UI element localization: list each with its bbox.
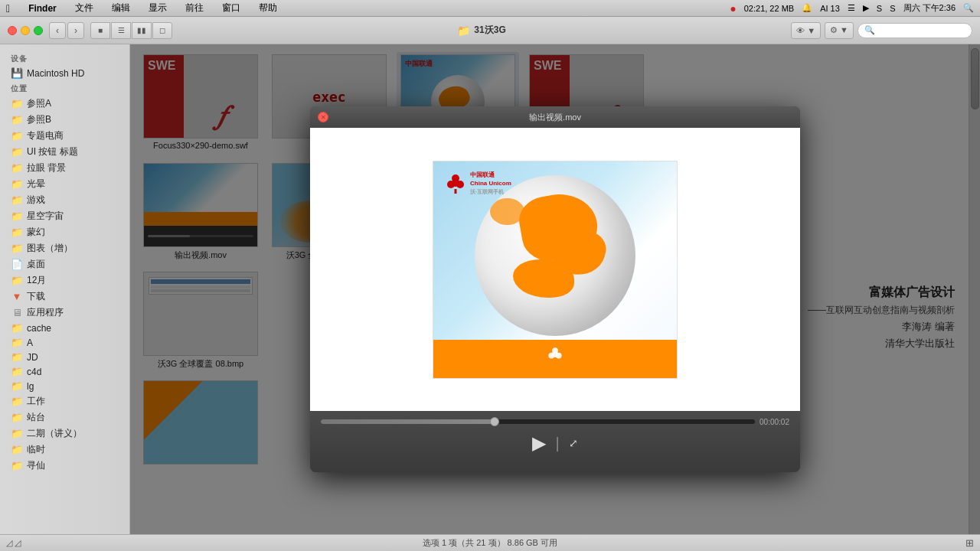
action-button[interactable]: ⚙ ▼ <box>825 22 854 39</box>
list-view-button[interactable]: ☰ <box>111 22 131 39</box>
menubar-right: ● 02:21, 22 MB 🔔 AI 13 ☰ ▶ S S 周六 下午2:36… <box>730 2 974 15</box>
expand-button[interactable]: ◿ ◿ <box>6 538 21 548</box>
sidebar-item-c4d[interactable]: 📁 c4d <box>0 364 129 379</box>
sidebar-item-macintosh-hd[interactable]: 💾 Macintosh HD <box>0 66 129 80</box>
jd-label: JD <box>27 352 38 363</box>
sidebar-item-xuxian[interactable]: 📁 寻仙 <box>0 458 129 474</box>
folder-pull-label: 拉眼 背景 <box>27 161 66 174</box>
sidebar-item-jd[interactable]: 📁 JD <box>0 350 129 364</box>
back-button[interactable]: ‹ <box>49 22 66 39</box>
progress-fill <box>321 419 495 424</box>
folder-star-label: 星空字宙 <box>27 210 64 223</box>
spotlight-icon[interactable]: 🔍 <box>963 3 974 13</box>
sidebar-item-starspace[interactable]: 📁 星空字宙 <box>0 208 129 224</box>
sidebar-item-work[interactable]: 📁 工作 <box>0 393 129 409</box>
view-menu[interactable]: 显示 <box>145 2 170 15</box>
sidebar-item-cache[interactable]: 📁 cache <box>0 321 129 335</box>
sidebar-item-zhantai[interactable]: 📁 站台 <box>0 409 129 425</box>
folder-ui-label: UI 按钮 标题 <box>27 145 78 158</box>
quick-look-button[interactable]: 👁 ▼ <box>791 22 821 39</box>
sidebar-item-2qi[interactable]: 📁 二期（讲义） <box>0 425 129 442</box>
expand-icon: ◿ <box>6 538 12 548</box>
video-overlay: ✕ 输出视频.mov <box>130 44 980 534</box>
sidebar-item-folder-b[interactable]: 📁 参照B <box>0 112 129 128</box>
volume-icon[interactable]: ▶ <box>863 3 869 13</box>
folder-icon-lg: 📁 <box>11 380 23 392</box>
search-box[interactable]: 🔍 <box>858 23 972 38</box>
sidebar-item-linshi[interactable]: 📁 临时 <box>0 442 129 458</box>
close-button[interactable] <box>8 26 17 35</box>
locations-header: 位置 <box>0 80 129 96</box>
video-modal-title: 输出视频.mov <box>529 112 581 123</box>
devices-header: 设备 <box>0 51 129 66</box>
bottom-bar-logo <box>547 346 564 363</box>
video-controls: 00:00:02 ▶ | ⤢ <box>310 411 800 472</box>
forward-button[interactable]: › <box>67 22 84 39</box>
sidebar-item-downloads[interactable]: ▼ 下载 <box>0 289 129 305</box>
folder-zt-label: 专题电商 <box>27 129 64 142</box>
folder-icon-ls: 📁 <box>11 444 23 455</box>
sidebar-item-12month[interactable]: 📁 12月 <box>0 272 129 289</box>
sidebar-item-zt[interactable]: 📁 专题电商 <box>0 128 129 144</box>
battery-icon: S <box>877 4 882 13</box>
video-close-button[interactable]: ✕ <box>318 112 328 122</box>
folder-icon-cache: 📁 <box>11 322 23 334</box>
maximize-button[interactable] <box>34 26 43 35</box>
apps-label: 应用程序 <box>27 306 64 319</box>
sidebar-item-ui[interactable]: 📁 UI 按钮 标题 <box>0 144 129 160</box>
cover-view-button[interactable]: ◻ <box>152 22 172 39</box>
folder-icon-12m: 📁 <box>11 275 23 286</box>
sidebar-item-pull[interactable]: 📁 拉眼 背景 <box>0 160 129 176</box>
xx-label: 寻仙 <box>27 459 45 472</box>
apple-logo[interactable]:  <box>6 2 10 15</box>
sidebar-item-halo[interactable]: 📁 光晕 <box>0 176 129 192</box>
video-titlebar: ✕ 输出视频.mov <box>310 106 800 128</box>
play-button[interactable]: ▶ <box>532 432 546 454</box>
progress-thumb[interactable] <box>490 417 499 426</box>
nav-buttons: ‹ › <box>49 22 84 39</box>
folder-icon-a2: 📁 <box>11 337 23 348</box>
column-view-button[interactable]: ▮▮ <box>132 22 152 39</box>
go-menu[interactable]: 前往 <box>182 2 207 15</box>
zoom-button[interactable]: ⊞ <box>965 537 974 549</box>
folder-12m-label: 12月 <box>27 274 46 287</box>
datetime-display: 周六 下午2:36 <box>903 2 956 14</box>
folder-icon-mh: 📁 <box>11 227 23 238</box>
sidebar-item-lg[interactable]: 📁 lg <box>0 379 129 393</box>
help-menu[interactable]: 帮助 <box>256 2 280 15</box>
video-modal: ✕ 输出视频.mov <box>310 106 800 472</box>
fullscreen-button[interactable]: ⤢ <box>569 437 578 449</box>
icon-view-button[interactable]: ■ <box>90 22 110 39</box>
folder-icon-xx: 📁 <box>11 460 23 471</box>
notification-bell[interactable]: 🔔 <box>802 3 812 13</box>
battery-red-dot: ● <box>730 2 736 15</box>
folder-icon-zt2: 📁 <box>11 412 23 423</box>
sidebar-item-folder-a[interactable]: 📁 参照A <box>0 96 129 112</box>
china-unicom-logo: 中国联通China Unicom 沃·互联网手机 <box>445 171 511 197</box>
sidebar-item-apps[interactable]: 🖥 应用程序 <box>0 305 129 321</box>
folder-icon-ui: 📁 <box>11 146 23 158</box>
minimize-button[interactable] <box>21 26 30 35</box>
window-menu[interactable]: 窗口 <box>219 2 243 15</box>
sidebar-item-chart[interactable]: 📁 图表（增） <box>0 240 129 256</box>
sidebar-item-a[interactable]: 📁 A <box>0 335 129 350</box>
control-buttons: ▶ | ⤢ <box>321 432 789 454</box>
sidebar-item-menghua[interactable]: 📁 蒙幻 <box>0 224 129 240</box>
apps-icon: 🖥 <box>11 307 23 318</box>
finder-menu[interactable]: Finder <box>25 3 60 14</box>
progress-track[interactable] <box>321 419 755 424</box>
time-mem-display: 02:21, 22 MB <box>744 4 794 13</box>
folder-mh-label: 蒙幻 <box>27 226 45 239</box>
sidebar-item-desktop[interactable]: 📄 桌面 <box>0 256 129 272</box>
edit-menu[interactable]: 编辑 <box>109 2 133 15</box>
signal-indicator: AI 13 <box>820 4 840 13</box>
finder-window: ‹ › ■ ☰ ▮▮ ◻ 📁 31沃3G 👁 ▼ ⚙ ▼ 🔍 设备 💾 <box>0 17 980 551</box>
globe-sphere <box>475 175 635 336</box>
wifi-icon: ☰ <box>848 3 855 13</box>
folder-icon-game: 📁 <box>11 194 23 206</box>
zt2-label: 站台 <box>27 411 45 424</box>
svg-point-3 <box>452 179 459 187</box>
file-menu[interactable]: 文件 <box>72 2 96 15</box>
macintosh-hd-label: Macintosh HD <box>27 68 84 79</box>
sidebar-item-game[interactable]: 📁 游戏 <box>0 192 129 208</box>
